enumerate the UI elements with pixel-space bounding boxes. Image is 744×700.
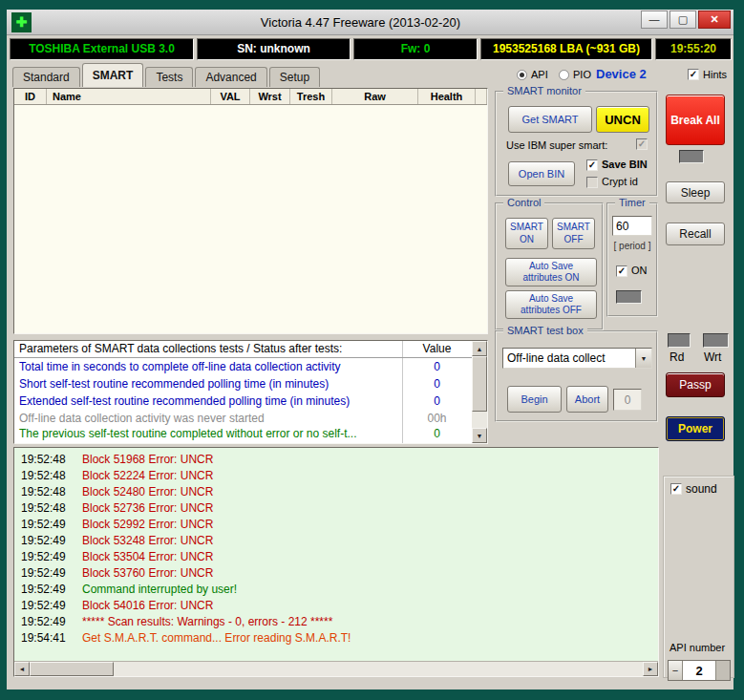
params-scrollbar-thumb[interactable] [472,356,487,412]
scroll-left-icon[interactable]: ◄ [14,662,30,676]
api-number-decrement-button[interactable]: − [669,661,683,680]
smart-test-box-title: SMART test box [503,325,587,336]
hints-label: Hints [703,69,727,80]
log-entry: 19:52:49Block 53504 Error: UNCR [14,549,658,565]
power-button[interactable]: Power [666,416,725,441]
auto-save-attributes-on-button[interactable]: Auto Save attributes ON [505,258,597,286]
save-bin-label: Save BIN [602,159,648,170]
read-indicator [668,333,691,348]
tab-smart[interactable]: SMART [82,63,144,87]
log-entry: 19:52:49Block 52992 Error: UNCR [14,517,658,533]
scroll-down-icon[interactable]: ▼ [472,428,487,443]
smart-on-button[interactable]: SMART ON [505,218,548,249]
col-val: VAL [211,89,250,104]
abort-button[interactable]: Abort [566,386,608,413]
open-bin-button[interactable]: Open BIN [508,161,575,186]
log-entries: 19:52:48Block 51968 Error: UNCR 19:52:48… [14,452,658,647]
tab-advanced[interactable]: Advanced [195,67,266,87]
tab-tests[interactable]: Tests [145,67,193,87]
smart-test-select[interactable]: Off-line data collect ▼ [502,348,652,369]
timer-group-title: Timer [615,197,649,208]
check-icon: ✓ [587,160,597,170]
log-entry: 19:52:49Block 54016 Error: UNCR [14,598,658,614]
params-row: Short self-test routine recommended poll… [14,376,472,393]
log-panel: 19:52:48Block 51968 Error: UNCR 19:52:48… [13,447,659,677]
params-vertical-scrollbar[interactable]: ▲ ▼ [472,341,487,443]
params-row: Total time in seconds to complete off-li… [14,359,472,376]
close-button[interactable]: ✕ [698,11,731,29]
check-icon: ✓ [671,484,681,494]
sleep-button[interactable]: Sleep [666,181,725,203]
api-radio [517,70,527,80]
smart-off-button[interactable]: SMART OFF [552,218,595,249]
break-all-button[interactable]: Break All [666,95,725,145]
col-wrst: Wrst [250,89,290,104]
api-number-increment-button[interactable] [715,661,730,680]
write-indicator [703,333,729,348]
read-indicator-label: Rd [670,350,684,364]
control-group-title: Control [503,197,544,208]
crypt-id-label: Crypt id [602,176,638,187]
col-tresh: Tresh [290,89,332,104]
scroll-up-icon[interactable]: ▲ [472,341,487,356]
smart-test-selected-value: Off-line data collect [507,351,606,365]
minimize-button[interactable]: — [641,11,668,29]
log-entry: 19:52:48Block 51968 Error: UNCR [14,452,658,468]
title-bar[interactable]: ✚ Victoria 4.47 Freeware (2013-02-20) — … [7,10,733,35]
app-icon: ✚ [11,12,32,32]
uncn-button[interactable]: UNCN [596,106,649,133]
save-bin-checkbox[interactable]: ✓ [586,159,598,171]
col-health: Health [418,89,476,104]
timer-on-checkbox[interactable]: ✓ [616,265,627,277]
crypt-id-checkbox [586,177,598,188]
begin-button[interactable]: Begin [507,386,562,413]
log-horizontal-scrollbar[interactable]: ◄ ► [14,661,658,676]
pio-radio-label: PIO [573,69,591,80]
control-group: Control SMART ON SMART OFF Auto Save att… [495,202,604,330]
smart-attributes-table: ID Name VAL Wrst Tresh Raw Health [13,88,488,334]
sound-label: sound [686,482,717,496]
pio-radio [559,70,569,80]
smart-params-table: Parameters of SMART data collections tes… [13,340,488,444]
log-scrollbar-thumb[interactable] [30,662,114,676]
check-icon: ✓ [689,70,698,79]
smart-monitor-group: SMART monitor Get SMART UNCN Use IBM sup… [495,91,658,197]
get-smart-button[interactable]: Get SMART [508,106,592,133]
api-number-spinner: − 2 [668,660,731,681]
break-indicator [679,150,704,163]
hints-checkbox[interactable]: ✓ [688,69,699,80]
tabs: Standard SMART Tests Advanced Setup [12,63,322,87]
auto-save-attributes-off-button[interactable]: Auto Save attributes OFF [505,290,597,319]
log-entry: 19:52:49Block 53760 Error: UNCR [14,565,658,582]
drive-model-display: TOSHIBA External USB 3.0 [10,38,194,60]
params-row: Extended self-test routine recommended p… [14,393,472,411]
params-header-row: Parameters of SMART data collections tes… [14,341,472,358]
log-entry: 19:52:48Block 52224 Error: UNCR [14,468,658,484]
tab-setup[interactable]: Setup [269,67,320,87]
smart-test-box-group: SMART test box Off-line data collect ▼ B… [495,330,658,422]
api-number-label: API number [670,642,725,653]
smart-monitor-title: SMART monitor [503,85,585,96]
test-counter-field [613,389,642,411]
api-radio-label: API [531,69,548,80]
timer-period-label: [ period ] [608,241,656,251]
tab-bar: Standard SMART Tests Advanced Setup API … [7,62,733,87]
passp-button[interactable]: Passp [666,372,725,397]
recall-button[interactable]: Recall [666,223,725,245]
col-filler [476,89,487,104]
tab-standard[interactable]: Standard [12,67,80,87]
maximize-button[interactable]: ▢ [670,11,696,29]
drive-serial-display: SN: unknown [197,38,351,60]
ibm-super-smart-label: Use IBM super smart: [506,139,607,151]
combo-dropdown-icon[interactable]: ▼ [635,349,651,368]
device-label: Device 2 [596,67,647,81]
victoria-window: ✚ Victoria 4.47 Freeware (2013-02-20) — … [7,10,733,689]
victoria-app: { "window": { "title": "Victoria 4.47 Fr… [0,0,744,700]
api-number-value: 2 [683,661,715,680]
col-raw: Raw [332,89,418,104]
timer-period-input[interactable] [612,216,652,236]
params-row: The previous self-test routine completed… [14,426,472,443]
sound-checkbox[interactable]: ✓ [670,483,682,495]
smart-table-header: ID Name VAL Wrst Tresh Raw Health [14,89,487,105]
scroll-right-icon[interactable]: ► [643,662,658,676]
